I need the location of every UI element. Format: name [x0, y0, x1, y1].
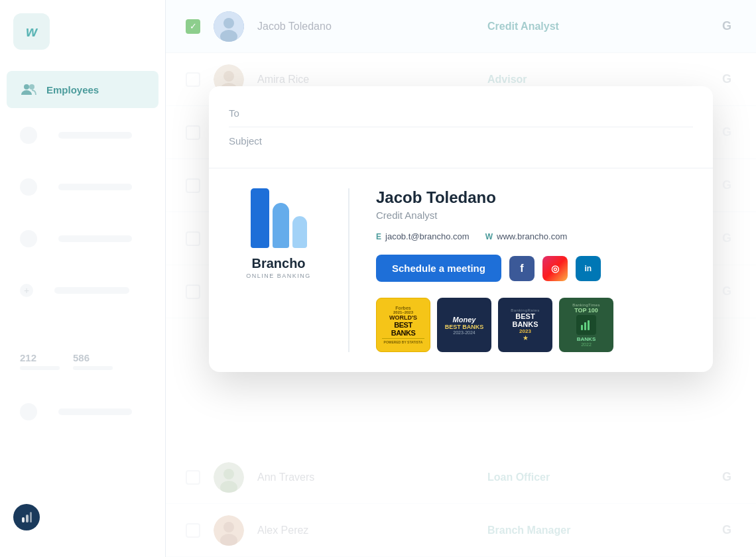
sig-actions: Schedule a meeting f ◎ in [376, 255, 693, 282]
sig-person-name: Jacob Toledano [376, 188, 693, 207]
stat-bar-1 [20, 366, 60, 370]
logo-bar-2 [273, 203, 289, 248]
sidebar-stats: 212 586 [7, 343, 158, 379]
svg-point-0 [24, 84, 29, 90]
svg-rect-17 [581, 325, 583, 330]
svg-rect-19 [588, 320, 590, 330]
contact-email: E jacob.t@brancho.com [376, 231, 470, 241]
email-value: jacob.t@brancho.com [385, 231, 470, 241]
sidebar-add-user[interactable] [7, 387, 158, 436]
sidebar-item-add[interactable]: + [7, 266, 158, 315]
add-user-icon [20, 403, 37, 420]
signature-divider [348, 188, 349, 352]
facebook-button[interactable]: f [509, 256, 535, 281]
subject-label: Subject [229, 135, 275, 147]
company-logo-section: Brancho ONLINE BANKING [229, 188, 348, 352]
awards-row: Forbes 2021–2023 WORLD'S BEST BANKS POWE… [376, 298, 693, 352]
settings-icon [20, 230, 37, 247]
nav-placeholder [58, 184, 132, 190]
bottom-logo-icon [13, 504, 40, 530]
logo-bar-3 [292, 216, 307, 248]
subject-input[interactable] [275, 135, 693, 147]
svg-rect-4 [30, 512, 32, 523]
website-value: www.brancho.com [497, 231, 567, 241]
company-name: Brancho [251, 256, 305, 271]
facebook-icon: f [520, 263, 523, 275]
modal-overlay: To Subject [166, 0, 756, 557]
stat-212: 212 [20, 352, 60, 370]
svg-point-1 [29, 84, 34, 90]
company-tagline: ONLINE BANKING [246, 273, 311, 279]
logo-bars [251, 188, 307, 248]
linkedin-icon: in [585, 264, 592, 273]
logo-bar-1 [251, 188, 269, 248]
linkedin-button[interactable]: in [576, 256, 601, 281]
nav-placeholder [58, 235, 132, 242]
sidebar-item-employees[interactable]: Employees [7, 71, 158, 108]
sidebar: w Employees + [0, 0, 166, 557]
sig-person-role: Credit Analyst [376, 210, 693, 221]
subject-field: Subject [229, 127, 693, 155]
website-label: W [485, 232, 493, 241]
award-top100: BankingTimes TOP 100 [559, 298, 613, 352]
instagram-button[interactable]: ◎ [542, 256, 568, 281]
svg-rect-18 [584, 322, 586, 330]
schedule-meeting-button[interactable]: Schedule a meeting [376, 255, 501, 282]
sidebar-item-settings[interactable] [7, 214, 158, 263]
sidebar-item-paint[interactable] [7, 111, 158, 160]
to-label: To [229, 107, 275, 119]
sidebar-logo: w [13, 13, 50, 50]
email-body: Brancho ONLINE BANKING Jacob Toledano Cr… [209, 168, 713, 372]
sidebar-item-label: Employees [46, 84, 99, 95]
email-compose-header: To Subject [209, 86, 713, 168]
contact-website: W www.brancho.com [485, 231, 568, 241]
signature-info: Jacob Toledano Credit Analyst E jacob.t@… [369, 188, 693, 352]
stat-586: 586 [73, 352, 113, 370]
main-content: ✓ Jacob Toledano Credit Analyst G [166, 0, 756, 557]
nav-placeholder [58, 408, 132, 415]
svg-rect-2 [22, 517, 25, 523]
sidebar-bottom [0, 491, 165, 544]
plus-icon: + [20, 284, 33, 297]
people-icon [20, 80, 38, 99]
to-input[interactable] [275, 107, 693, 119]
award-forbes: Forbes 2021–2023 WORLD'S BEST BANKS POWE… [376, 298, 430, 352]
email-label: E [376, 232, 381, 241]
paint-icon [20, 127, 37, 144]
award-money: Money BEST BANKS 2023-2024 [437, 298, 491, 352]
to-field: To [229, 99, 693, 127]
svg-rect-3 [26, 515, 29, 523]
sidebar-item-chart[interactable] [7, 162, 158, 212]
app-container: w Employees + [0, 0, 756, 557]
nav-placeholder [58, 132, 132, 139]
instagram-icon: ◎ [551, 263, 559, 274]
signature-container: Brancho ONLINE BANKING Jacob Toledano Cr… [229, 188, 693, 352]
nav-placeholder [54, 287, 129, 294]
stat-bar-2 [73, 366, 113, 370]
sig-contact: E jacob.t@brancho.com W www.brancho.com [376, 231, 693, 241]
award-banking: BankingRates BEST BANKS 2023 ★ [498, 298, 552, 352]
chart-icon [20, 178, 37, 196]
email-modal: To Subject [209, 86, 713, 372]
